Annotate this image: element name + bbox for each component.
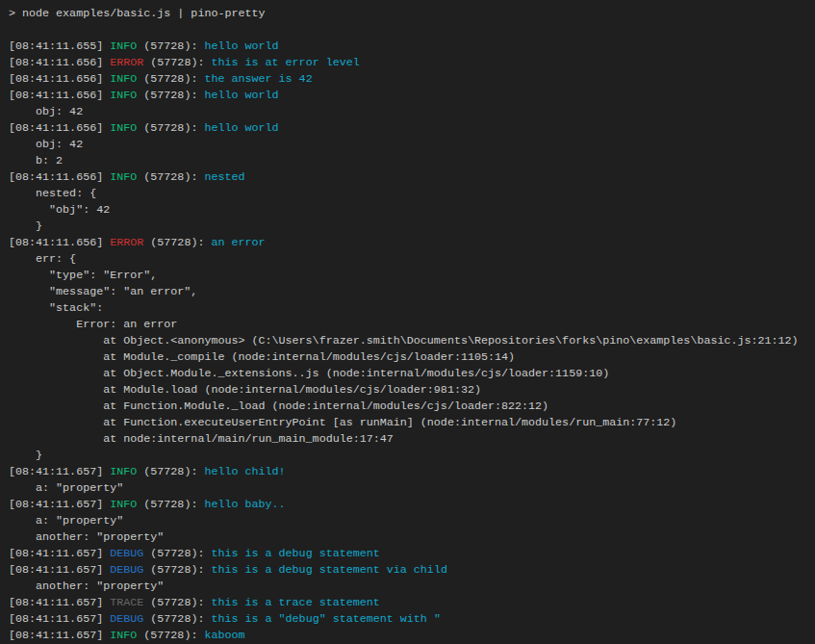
log-level: DEBUG [110, 547, 143, 560]
detail-text: "stack": [9, 301, 103, 315]
log-line: [08:41:11.656] INFO (57728): hello world [9, 120, 807, 137]
log-detail-line: obj: 42 [9, 104, 807, 120]
log-pid: (57728): [137, 89, 204, 102]
log-line: [08:41:11.655] INFO (57728): hello world [9, 39, 807, 55]
log-level: ERROR [110, 236, 143, 249]
log-pid: (57728): [137, 629, 204, 642]
log-level: DEBUG [110, 612, 143, 626]
log-message: the answer is 42 [204, 72, 312, 86]
log-line: [08:41:11.656] INFO (57728): the answer … [9, 71, 807, 88]
log-line: [08:41:11.656] INFO (57728): hello world [9, 88, 807, 104]
detail-text: another: "property" [9, 530, 164, 544]
log-pid: (57728): [143, 236, 211, 249]
log-message: kaboom [204, 629, 244, 642]
log-line: [08:41:11.656] INFO (57728): nested [9, 169, 807, 186]
detail-text: at Module._compile (node:internal/module… [9, 350, 515, 364]
log-message: hello world [204, 39, 278, 53]
log-timestamp: [08:41:11.657] [9, 612, 110, 626]
log-timestamp: [08:41:11.657] [9, 547, 110, 560]
log-level: INFO [110, 498, 137, 511]
terminal-output[interactable]: > node examples/basic.js | pino-pretty [… [0, 0, 815, 644]
log-message: this is at error level [211, 56, 359, 69]
log-message: this is a trace statement [211, 596, 379, 609]
detail-text: at node:internal/main/run_main_module:17… [9, 432, 394, 446]
log-line: [08:41:11.657] INFO (57728): hello baby.… [9, 497, 807, 513]
log-pid: (57728): [143, 612, 211, 626]
log-detail-line: at Object.<anonymous> (C:\Users\frazer.s… [9, 333, 807, 349]
log-level: INFO [110, 170, 137, 184]
log-message: this is a debug statement via child [211, 563, 446, 577]
log-detail-line: err: { [9, 251, 807, 268]
detail-text: "message": "an error", [9, 285, 197, 298]
log-pid: (57728): [143, 563, 211, 577]
log-timestamp: [08:41:11.656] [9, 121, 110, 135]
log-detail-line: "message": "an error", [9, 284, 807, 300]
log-timestamp: [08:41:11.657] [9, 563, 110, 577]
log-detail-line: } [9, 448, 807, 464]
log-timestamp: [08:41:11.657] [9, 465, 110, 478]
log-timestamp: [08:41:11.657] [9, 596, 110, 609]
detail-text: err: { [9, 252, 76, 266]
log-detail-line: "obj": 42 [9, 202, 807, 219]
log-pid: (57728): [143, 547, 211, 560]
log-line: [08:41:11.657] DEBUG (57728): this is a … [9, 562, 807, 579]
log-line: [08:41:11.657] DEBUG (57728): this is a … [9, 546, 807, 562]
log-line: [08:41:11.657] DEBUG (57728): this is a … [9, 611, 807, 628]
log-line: [08:41:11.656] ERROR (57728): this is at… [9, 55, 807, 71]
log-detail-line: Error: an error [9, 317, 807, 333]
detail-text: a: "property" [9, 481, 123, 495]
log-detail-line: obj: 42 [9, 137, 807, 153]
log-pid: (57728): [137, 72, 204, 86]
detail-text: } [9, 219, 42, 233]
log-message: hello world [204, 121, 278, 135]
log-pid: (57728): [137, 170, 204, 184]
log-message: this is a debug statement [211, 547, 379, 560]
log-detail-line: at Function.Module._load (node:internal/… [9, 399, 807, 415]
log-message: this is a "debug" statement with " [211, 612, 440, 626]
log-line: [08:41:11.657] INFO (57728): hello child… [9, 464, 807, 480]
log-detail-line: } [9, 219, 807, 235]
log-message: hello child! [204, 465, 285, 478]
log-timestamp: [08:41:11.657] [9, 629, 110, 642]
log-pid: (57728): [143, 56, 211, 69]
log-message: hello world [204, 89, 278, 102]
log-detail-line: a: "property" [9, 480, 807, 497]
log-pid: (57728): [143, 596, 211, 609]
detail-text: } [9, 449, 42, 462]
log-timestamp: [08:41:11.656] [9, 72, 110, 86]
log-timestamp: [08:41:11.657] [9, 498, 110, 511]
log-level: INFO [110, 121, 137, 135]
log-timestamp: [08:41:11.656] [9, 170, 110, 184]
log-pid: (57728): [137, 465, 204, 478]
detail-text: obj: 42 [9, 105, 83, 118]
log-level: INFO [110, 629, 137, 642]
detail-text: Error: an error [9, 318, 177, 331]
log-message: hello baby.. [204, 498, 285, 511]
log-level: INFO [110, 89, 137, 102]
log-level: DEBUG [110, 563, 143, 577]
log-level: ERROR [110, 56, 143, 69]
log-pid: (57728): [137, 121, 204, 135]
terminal-command-line: > node examples/basic.js | pino-pretty [9, 6, 807, 22]
detail-text: "type": "Error", [9, 269, 157, 282]
log-detail-line: b: 2 [9, 153, 807, 169]
log-detail-line: at Module.load (node:internal/modules/cj… [9, 382, 807, 399]
detail-text: at Object.<anonymous> (C:\Users\frazer.s… [9, 334, 799, 348]
log-detail-line: at Object.Module._extensions..js (node:i… [9, 366, 807, 382]
detail-text: obj: 42 [9, 138, 83, 151]
log-pid: (57728): [137, 39, 204, 53]
log-detail-line: at Module._compile (node:internal/module… [9, 349, 807, 366]
log-detail-line: a: "property" [9, 513, 807, 529]
log-detail-line: "stack": [9, 300, 807, 317]
log-timestamp: [08:41:11.656] [9, 236, 110, 249]
log-timestamp: [08:41:11.655] [9, 39, 110, 53]
detail-text: at Function.Module._load (node:internal/… [9, 399, 548, 413]
log-detail-line: "type": "Error", [9, 268, 807, 284]
detail-text: b: 2 [9, 154, 63, 167]
log-line: [08:41:11.657] TRACE (57728): this is a … [9, 595, 807, 611]
log-detail-line: another: "property" [9, 579, 807, 595]
detail-text: a: "property" [9, 514, 123, 528]
detail-text: at Object.Module._extensions..js (node:i… [9, 367, 609, 380]
log-level: INFO [110, 465, 137, 478]
log-timestamp: [08:41:11.656] [9, 89, 110, 102]
